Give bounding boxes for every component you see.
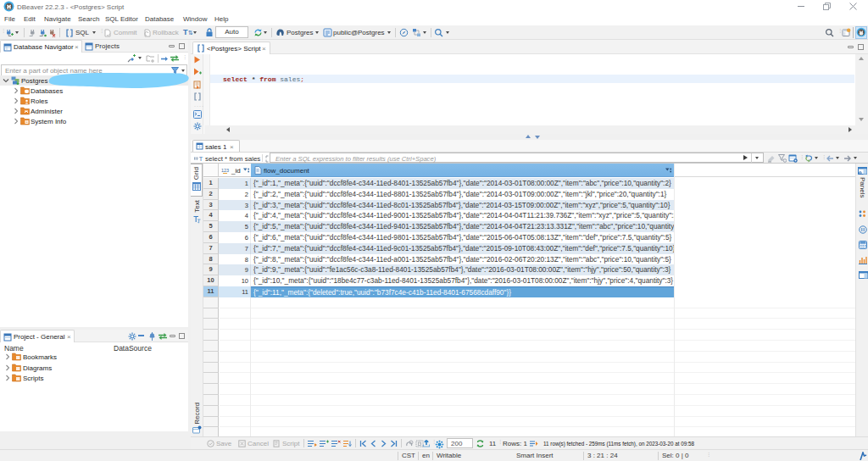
svg-text:T: T: [199, 155, 203, 162]
svg-text:123: 123: [221, 168, 229, 173]
